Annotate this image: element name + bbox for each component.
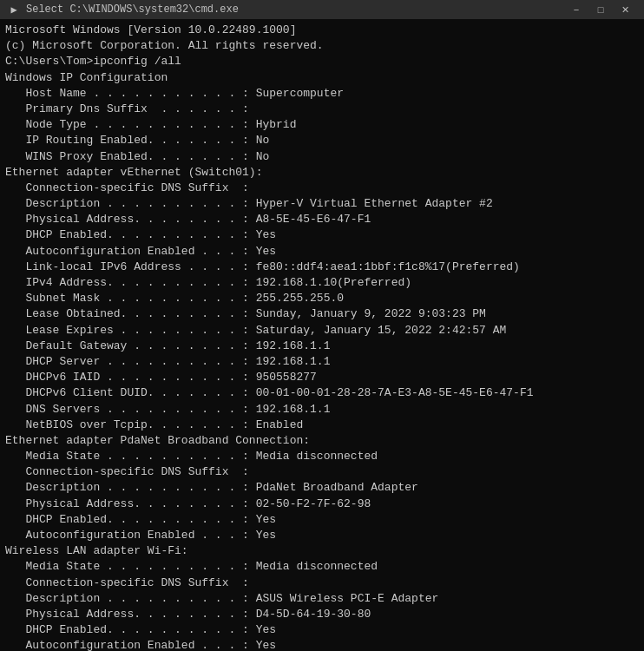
terminal-line: Physical Address. . . . . . . . : A8-5E-… — [5, 212, 639, 227]
terminal-line: Description . . . . . . . . . . : ASUS W… — [5, 591, 639, 607]
terminal-line: Link-local IPv6 Address . . . . : fe80::… — [5, 260, 639, 275]
close-button[interactable]: ✕ — [613, 0, 637, 19]
cmd-window: ▶ Select C:\WINDOWS\system32\cmd.exe − □… — [0, 0, 644, 651]
terminal-line: Autoconfiguration Enabled . . . : Yes — [5, 528, 639, 543]
terminal-line: NetBIOS over Tcpip. . . . . . . : Enable… — [5, 418, 639, 433]
terminal-line: C:\Users\Tom>ipconfig /all — [5, 54, 639, 69]
terminal-line: DHCP Server . . . . . . . . . . : 192.16… — [5, 354, 639, 370]
terminal-line: DHCP Enabled. . . . . . . . . . : Yes — [5, 227, 639, 243]
terminal-line: (c) Microsoft Corporation. All rights re… — [5, 38, 639, 54]
terminal-line: DHCPv6 IAID . . . . . . . . . . : 950558… — [5, 370, 639, 385]
terminal-body[interactable]: Microsoft Windows [Version 10.0.22489.10… — [0, 19, 644, 651]
terminal-line: IP Routing Enabled. . . . . . . : No — [5, 133, 639, 148]
terminal-line: DHCP Enabled. . . . . . . . . . : Yes — [5, 622, 639, 638]
terminal-line: DHCPv6 Client DUID. . . . . . . : 00-01-… — [5, 385, 639, 401]
terminal-line: Ethernet adapter vEthernet (Switch01): — [5, 165, 639, 181]
terminal-line: Connection-specific DNS Suffix : — [5, 181, 639, 196]
terminal-line: Autoconfiguration Enabled . . . : Yes — [5, 244, 639, 260]
terminal-line: Node Type . . . . . . . . . . . : Hybrid — [5, 117, 639, 133]
terminal-line: Wireless LAN adapter Wi-Fi: — [5, 543, 639, 559]
terminal-line: WINS Proxy Enabled. . . . . . . : No — [5, 149, 639, 165]
terminal-line: DHCP Enabled. . . . . . . . . . : Yes — [5, 512, 639, 528]
terminal-line: Autoconfiguration Enabled . . . : Yes — [5, 638, 639, 651]
titlebar-controls: − □ ✕ — [564, 0, 637, 19]
titlebar: ▶ Select C:\WINDOWS\system32\cmd.exe − □… — [0, 0, 644, 19]
titlebar-title: Select C:\WINDOWS\system32\cmd.exe — [26, 3, 239, 16]
terminal-line: Ethernet adapter PdaNet Broadband Connec… — [5, 433, 639, 449]
terminal-line: DNS Servers . . . . . . . . . . : 192.16… — [5, 402, 639, 418]
terminal-line: IPv4 Address. . . . . . . . . . : 192.16… — [5, 275, 639, 291]
maximize-button[interactable]: □ — [588, 0, 613, 19]
terminal-line: Primary Dns Suffix . . . . . . : — [5, 102, 639, 117]
terminal-line: Description . . . . . . . . . . : Hyper-… — [5, 196, 639, 212]
terminal-line: Connection-specific DNS Suffix : — [5, 464, 639, 480]
terminal-line: Media State . . . . . . . . . . : Media … — [5, 559, 639, 575]
terminal-line: Description . . . . . . . . . . : PdaNet… — [5, 480, 639, 496]
cmd-icon: ▶ — [7, 3, 21, 16]
terminal-line: Lease Expires . . . . . . . . . : Saturd… — [5, 323, 639, 339]
terminal-line: Physical Address. . . . . . . . : 02-50-… — [5, 496, 639, 512]
terminal-line: Physical Address. . . . . . . . : D4-5D-… — [5, 607, 639, 622]
terminal-line: Connection-specific DNS Suffix : — [5, 575, 639, 591]
minimize-button[interactable]: − — [564, 0, 588, 19]
terminal-line: Windows IP Configuration — [5, 70, 639, 86]
terminal-line: Subnet Mask . . . . . . . . . . : 255.25… — [5, 291, 639, 306]
terminal-line: Media State . . . . . . . . . . : Media … — [5, 449, 639, 464]
terminal-line: Default Gateway . . . . . . . . : 192.16… — [5, 339, 639, 354]
terminal-line: Host Name . . . . . . . . . . . : Superc… — [5, 86, 639, 102]
titlebar-left: ▶ Select C:\WINDOWS\system32\cmd.exe — [7, 3, 239, 16]
terminal-line: Microsoft Windows [Version 10.0.22489.10… — [5, 23, 639, 38]
terminal-line: Lease Obtained. . . . . . . . . : Sunday… — [5, 306, 639, 322]
